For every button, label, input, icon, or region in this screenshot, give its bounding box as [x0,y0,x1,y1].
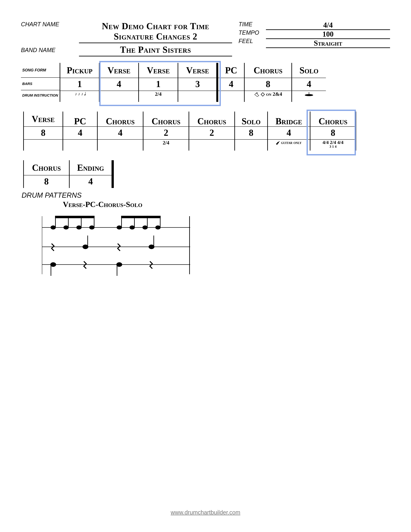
cell-ending: Ending 4 [69,160,114,188]
section-instruction: guitar only [268,140,310,151]
section-bars: 1 [139,78,177,91]
meta-values: 4/4 100 Straight [266,21,390,58]
section-bars: 8 [24,175,69,188]
instruction-text: 4/4 2/4 4/4 [323,140,344,145]
section-bars: 8 [24,127,63,140]
form-row-3: Chorus 8 Ending 4 [23,160,390,188]
tempo-value: 100 [266,30,390,39]
instruction-sub: 3 1 4 [310,144,355,149]
section-name: Chorus [189,112,234,127]
form-row-2: Verse 8 PC 4 Chorus 4 Chorus 2 2/4 Choru… [23,112,390,151]
svg-point-25 [83,245,88,249]
section-instruction [63,140,97,151]
section-bars: 3 [178,78,217,91]
section-instruction [24,140,63,151]
section-instruction [235,140,267,151]
section-name: Verse [178,63,217,78]
section-bars: 4 [100,78,138,91]
section-bars: 8 [245,78,291,91]
svg-rect-15 [55,216,94,218]
section-name: Verse [139,63,177,78]
section-name: PC [63,112,97,127]
section-instruction [292,91,326,102]
cell-chorus: Chorus 8 4/4 2/4 4/4 3 1 4 [310,112,356,151]
section-name: Verse [100,63,138,78]
drum-patterns-label: DRUM PATTERNS [22,191,390,199]
header-right: TIME TEMPO FEEL 4/4 100 Straight [239,21,390,58]
section-name: Chorus [245,63,291,78]
band-name: The Paint Sisters [79,45,232,55]
time-label: TIME [239,21,263,29]
section-name: Solo [292,63,326,78]
section-name: Pickup [60,63,99,78]
instruction-text: ◇ on 2&4 [261,91,282,97]
cell-verse: Verse 3 [177,63,218,102]
svg-rect-24 [121,216,160,218]
section-bars: 2 [143,127,188,140]
feel-label: FEEL [239,38,263,46]
header-left: CHART NAME BAND NAME [21,21,73,58]
drum-pattern-staff [42,210,190,277]
svg-point-9 [64,226,69,229]
section-instruction: ◇ on 2&4 [245,91,291,102]
cell-solo: Solo 8 [234,112,267,151]
row-labels: SONG FORM BARS DRUM INSTRUCTION [21,63,60,102]
section-bars: 4 [98,127,143,140]
drum-instruction-label: DRUM INSTRUCTION [21,90,60,101]
section-bars: 4 [292,78,326,91]
svg-point-20 [142,226,148,229]
section-name: Chorus [310,112,355,127]
section-bars: 4 [268,127,310,140]
section-name: Chorus [143,112,188,127]
chart-title-line2: Signature Changes 2 [79,31,232,42]
section-name: Solo [235,112,267,127]
cell-verse: Verse 1 2/4 [138,63,177,102]
footer-link[interactable]: www.drumchartbuilder.com [0,509,411,516]
header: CHART NAME BAND NAME New Demo Chart for … [21,21,390,58]
section-bars: 8 [235,127,267,140]
section-instruction [100,91,138,102]
guitar-icon [276,141,280,145]
cell-solo: Solo 4 [291,63,326,102]
svg-point-13 [89,226,94,229]
cell-verse: Verse 4 [99,63,138,102]
chart-title-line1: New Demo Chart for Time [79,21,232,31]
cell-bridge: Bridge 4 guitar only [267,112,310,151]
svg-point-31 [117,263,122,266]
song-form: SONG FORM BARS DRUM INSTRUCTION Pickup 1… [21,63,390,188]
svg-point-16 [117,226,122,229]
section-instruction [98,140,143,151]
cell-chorus: Chorus 8 ◇ on 2&4 [244,63,291,102]
svg-point-29 [51,263,56,266]
cell-pickup: Pickup 1 ♪ ♪ ♪ 𝅘𝅥 [60,63,99,102]
cymbal-icon [304,92,314,97]
cell-chorus: Chorus 8 [23,160,69,188]
section-instruction: 2/4 [139,91,177,102]
svg-point-27 [149,245,154,249]
rule [79,56,232,57]
section-name: Chorus [24,160,69,175]
chart-name-label: CHART NAME [21,21,73,32]
header-mid: New Demo Chart for Time Signature Change… [79,21,232,58]
section-bars: 2 [189,127,234,140]
tempo-label: TEMPO [239,29,263,38]
band-name-label: BAND NAME [21,47,73,58]
section-name: Chorus [98,112,143,127]
section-name: Ending [70,160,112,175]
pattern-title: Verse-PC-Chorus-Solo [63,200,390,209]
svg-point-18 [130,226,135,229]
cell-pc: PC 4 [63,112,97,151]
svg-point-22 [155,226,160,229]
section-instruction: 2/4 [143,140,188,151]
cell-verse: Verse 8 [23,112,63,151]
bars-label: BARS [21,78,60,90]
section-bars: 8 [310,127,355,140]
svg-point-11 [76,226,82,229]
section-instruction: ♪ ♪ ♪ 𝅘𝅥 [60,91,99,102]
instruction-text: guitar only [281,140,302,145]
section-name: PC [218,63,244,78]
section-bars: 4 [63,127,97,140]
cowbell-icon [254,92,260,97]
section-bars: 4 [70,175,112,188]
feel-value: Straight [266,39,390,48]
